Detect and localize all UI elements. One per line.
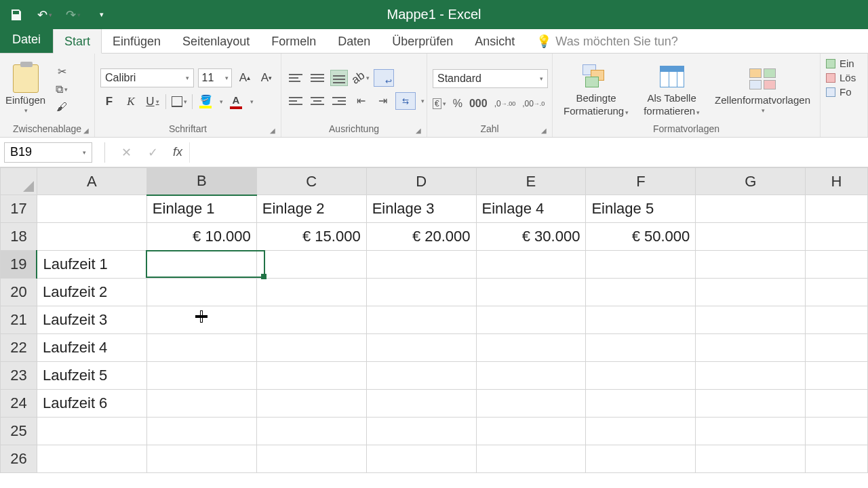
row-header[interactable]: 17 [1, 195, 37, 223]
cell[interactable] [586, 445, 696, 473]
dialog-launcher-icon[interactable]: ◢ [416, 127, 421, 134]
cell[interactable] [586, 418, 696, 445]
align-bottom-button[interactable] [330, 70, 348, 86]
cell[interactable]: Laufzeit 6 [37, 390, 146, 418]
percent-format-button[interactable]: % [453, 98, 462, 110]
cell[interactable] [146, 362, 256, 390]
cell[interactable] [806, 334, 868, 362]
tab-view[interactable]: Ansicht [464, 29, 526, 53]
cell[interactable] [256, 362, 366, 390]
col-header-D[interactable]: D [366, 168, 476, 195]
comma-format-button[interactable]: 000 [469, 98, 488, 110]
cell[interactable] [476, 445, 586, 473]
cut-icon[interactable]: ✂ [54, 65, 70, 79]
cell[interactable] [366, 334, 476, 362]
tab-insert[interactable]: Einfügen [102, 29, 172, 53]
cell[interactable] [256, 279, 366, 306]
format-painter-icon[interactable]: 🖌 [54, 100, 70, 114]
delete-cells-button[interactable]: Lös [826, 72, 862, 83]
cell[interactable] [806, 223, 868, 251]
cell[interactable]: € 50.000 [586, 223, 696, 251]
cell[interactable] [366, 362, 476, 390]
cell[interactable]: Laufzeit 1 [37, 251, 146, 279]
cell[interactable]: Einlage 2 [256, 195, 366, 223]
col-header-H[interactable]: H [806, 168, 868, 195]
undo-icon[interactable]: ↶▾ [35, 5, 54, 24]
row-header[interactable]: 19 [1, 251, 37, 279]
cell[interactable] [146, 445, 256, 473]
cell[interactable] [476, 362, 586, 390]
cell[interactable] [806, 362, 868, 390]
row-header[interactable]: 18 [1, 223, 37, 251]
cell[interactable] [146, 418, 256, 445]
col-header-C[interactable]: C [256, 168, 366, 195]
increase-indent-button[interactable]: ⇥ [374, 92, 391, 110]
format-cells-button[interactable]: Fo [826, 86, 862, 98]
cell[interactable] [366, 418, 476, 445]
cell[interactable] [256, 445, 366, 473]
cell[interactable] [586, 334, 696, 362]
select-all-corner[interactable] [1, 168, 37, 195]
cell[interactable]: Einlage 3 [366, 195, 476, 223]
cell[interactable] [476, 418, 586, 445]
name-box[interactable]: B19▾ [4, 142, 92, 163]
align-left-button[interactable] [287, 93, 304, 109]
cell[interactable]: Laufzeit 4 [37, 334, 146, 362]
bold-button[interactable]: F [100, 93, 118, 110]
cell[interactable]: Einlage 1 [146, 195, 256, 223]
align-right-button[interactable] [330, 93, 348, 109]
cell[interactable]: € 10.000 [146, 223, 256, 251]
cell[interactable] [806, 418, 868, 445]
cell[interactable] [476, 334, 586, 362]
align-middle-button[interactable] [309, 70, 326, 86]
cell[interactable]: € 30.000 [476, 223, 586, 251]
cell[interactable] [146, 390, 256, 418]
dialog-launcher-icon[interactable]: ◢ [541, 127, 547, 134]
cell[interactable] [586, 362, 696, 390]
row-header[interactable]: 25 [1, 418, 37, 445]
font-size-combo[interactable]: 11▾ [198, 68, 232, 87]
cell[interactable]: Laufzeit 3 [37, 306, 146, 334]
cell[interactable] [586, 279, 696, 306]
cell[interactable] [256, 390, 366, 418]
cell[interactable] [696, 251, 806, 279]
col-header-E[interactable]: E [476, 168, 586, 195]
cell[interactable]: € 15.000 [256, 223, 366, 251]
cell[interactable] [37, 445, 146, 473]
cell[interactable] [146, 306, 256, 334]
cell[interactable] [586, 390, 696, 418]
cell-B19[interactable] [146, 251, 256, 279]
cell-styles-button[interactable]: Zellenformatvorlagen ▾ [709, 64, 816, 114]
increase-font-icon[interactable]: A▴ [236, 69, 254, 87]
cell[interactable]: Laufzeit 2 [37, 279, 146, 306]
underline-button[interactable]: U▾ [144, 93, 161, 110]
italic-button[interactable]: K [122, 93, 140, 110]
conditional-formatting-button[interactable]: Bedingte Formatierung▾ [558, 62, 634, 117]
col-header-F[interactable]: F [586, 168, 696, 195]
cell[interactable] [696, 418, 806, 445]
save-icon[interactable] [7, 5, 26, 24]
cell[interactable] [806, 195, 868, 223]
row-header[interactable]: 22 [1, 334, 37, 362]
tab-home[interactable]: Start [53, 28, 102, 54]
cell[interactable] [806, 390, 868, 418]
tab-tellme[interactable]: 💡Was möchten Sie tun? [526, 28, 688, 53]
cell[interactable] [37, 418, 146, 445]
col-header-B[interactable]: B [146, 168, 256, 195]
cell[interactable] [256, 418, 366, 445]
cell[interactable] [366, 390, 476, 418]
paste-button[interactable]: Einfügen ▾ [5, 64, 45, 114]
col-header-A[interactable]: A [37, 168, 146, 195]
cell[interactable]: Laufzeit 5 [37, 362, 146, 390]
cell[interactable]: Einlage 4 [476, 195, 586, 223]
cell[interactable] [476, 251, 586, 279]
cell[interactable] [256, 306, 366, 334]
cell[interactable] [146, 334, 256, 362]
cell[interactable] [586, 251, 696, 279]
cell[interactable] [696, 390, 806, 418]
cell[interactable] [476, 279, 586, 306]
dialog-launcher-icon[interactable]: ◢ [83, 127, 89, 134]
cancel-formula-icon[interactable]: ✕ [113, 145, 140, 160]
cell[interactable] [256, 251, 366, 279]
cell[interactable] [806, 279, 868, 306]
